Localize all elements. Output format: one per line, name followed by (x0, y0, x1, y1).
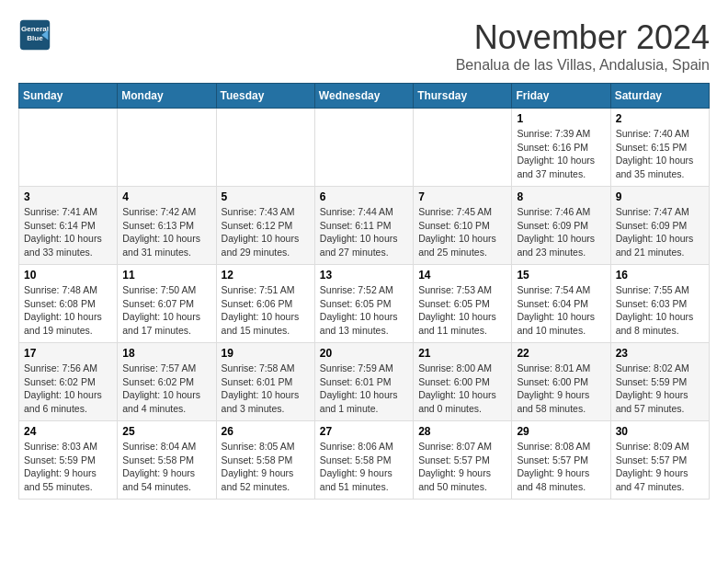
day-number: 13 (320, 269, 408, 282)
header-friday: Friday (512, 84, 610, 109)
calendar-cell: 13Sunrise: 7:52 AMSunset: 6:05 PMDayligh… (314, 265, 413, 343)
day-number: 28 (418, 425, 506, 438)
day-info: Sunrise: 7:55 AMSunset: 6:03 PMDaylight:… (616, 283, 704, 338)
day-number: 24 (24, 425, 112, 438)
calendar-cell: 29Sunrise: 8:08 AMSunset: 5:57 PMDayligh… (512, 421, 610, 500)
day-info: Sunrise: 8:01 AMSunset: 6:00 PMDaylight:… (517, 362, 605, 416)
day-info: Sunrise: 7:41 AMSunset: 6:14 PMDaylight:… (24, 205, 112, 259)
day-info: Sunrise: 7:44 AMSunset: 6:11 PMDaylight:… (320, 205, 408, 259)
header-tuesday: Tuesday (216, 84, 314, 109)
day-info: Sunrise: 7:47 AMSunset: 6:09 PMDaylight:… (616, 205, 704, 259)
day-number: 17 (24, 347, 112, 360)
calendar-cell: 6Sunrise: 7:44 AMSunset: 6:11 PMDaylight… (314, 187, 413, 265)
calendar-cell: 2Sunrise: 7:40 AMSunset: 6:15 PMDaylight… (610, 109, 709, 187)
day-number: 9 (616, 190, 704, 203)
day-info: Sunrise: 8:07 AMSunset: 5:57 PMDaylight:… (418, 440, 506, 494)
calendar-cell: 25Sunrise: 8:04 AMSunset: 5:58 PMDayligh… (118, 421, 216, 500)
calendar-cell: 10Sunrise: 7:48 AMSunset: 6:08 PMDayligh… (19, 265, 118, 343)
calendar-cell: 19Sunrise: 7:58 AMSunset: 6:01 PMDayligh… (216, 343, 314, 421)
day-number: 8 (517, 190, 605, 203)
day-number: 7 (418, 190, 506, 203)
calendar-cell: 20Sunrise: 7:59 AMSunset: 6:01 PMDayligh… (314, 343, 413, 421)
calendar-cell (414, 109, 512, 187)
day-number: 26 (222, 425, 310, 438)
day-number: 23 (616, 347, 704, 360)
day-info: Sunrise: 8:06 AMSunset: 5:58 PMDaylight:… (320, 440, 408, 494)
day-info: Sunrise: 7:51 AMSunset: 6:06 PMDaylight:… (222, 283, 310, 338)
day-info: Sunrise: 7:58 AMSunset: 6:01 PMDaylight:… (222, 362, 310, 416)
day-number: 27 (320, 425, 408, 438)
calendar-cell: 15Sunrise: 7:54 AMSunset: 6:04 PMDayligh… (512, 265, 610, 343)
calendar-cell: 27Sunrise: 8:06 AMSunset: 5:58 PMDayligh… (314, 421, 413, 500)
day-number: 11 (122, 269, 210, 282)
page-subtitle: Benalua de las Villas, Andalusia, Spain (456, 57, 710, 74)
calendar-header-row: SundayMondayTuesdayWednesdayThursdayFrid… (19, 84, 710, 109)
day-info: Sunrise: 7:40 AMSunset: 6:15 PMDaylight:… (616, 127, 704, 181)
day-info: Sunrise: 8:02 AMSunset: 5:59 PMDaylight:… (616, 362, 704, 416)
day-info: Sunrise: 7:56 AMSunset: 6:02 PMDaylight:… (24, 362, 112, 416)
day-number: 30 (616, 425, 704, 438)
calendar-cell: 26Sunrise: 8:05 AMSunset: 5:58 PMDayligh… (216, 421, 314, 500)
page-header: General Blue November 2024 Benalua de la… (18, 18, 710, 74)
calendar-cell: 16Sunrise: 7:55 AMSunset: 6:03 PMDayligh… (610, 265, 709, 343)
day-info: Sunrise: 8:05 AMSunset: 5:58 PMDaylight:… (222, 440, 310, 494)
calendar-cell: 9Sunrise: 7:47 AMSunset: 6:09 PMDaylight… (610, 187, 709, 265)
day-number: 19 (222, 347, 310, 360)
day-info: Sunrise: 7:59 AMSunset: 6:01 PMDaylight:… (320, 362, 408, 416)
calendar-cell: 14Sunrise: 7:53 AMSunset: 6:05 PMDayligh… (414, 265, 512, 343)
day-number: 1 (517, 112, 605, 125)
calendar-table: SundayMondayTuesdayWednesdayThursdayFrid… (18, 83, 710, 500)
calendar-cell: 21Sunrise: 8:00 AMSunset: 6:00 PMDayligh… (414, 343, 512, 421)
calendar-cell: 7Sunrise: 7:45 AMSunset: 6:10 PMDaylight… (414, 187, 512, 265)
day-number: 25 (122, 425, 210, 438)
day-info: Sunrise: 8:09 AMSunset: 5:57 PMDaylight:… (616, 440, 704, 494)
logo-icon: General Blue (18, 18, 51, 52)
calendar-cell: 22Sunrise: 8:01 AMSunset: 6:00 PMDayligh… (512, 343, 610, 421)
calendar-cell: 12Sunrise: 7:51 AMSunset: 6:06 PMDayligh… (216, 265, 314, 343)
week-row-4: 17Sunrise: 7:56 AMSunset: 6:02 PMDayligh… (19, 343, 710, 421)
page-title: November 2024 (456, 18, 710, 57)
header-wednesday: Wednesday (314, 84, 413, 109)
calendar-cell: 18Sunrise: 7:57 AMSunset: 6:02 PMDayligh… (118, 343, 216, 421)
title-area: November 2024 Benalua de las Villas, And… (456, 18, 710, 74)
calendar-cell: 8Sunrise: 7:46 AMSunset: 6:09 PMDaylight… (512, 187, 610, 265)
calendar-cell: 28Sunrise: 8:07 AMSunset: 5:57 PMDayligh… (414, 421, 512, 500)
svg-text:Blue: Blue (27, 34, 43, 42)
calendar-cell: 1Sunrise: 7:39 AMSunset: 6:16 PMDaylight… (512, 109, 610, 187)
day-info: Sunrise: 7:43 AMSunset: 6:12 PMDaylight:… (222, 205, 310, 259)
day-number: 22 (517, 347, 605, 360)
day-number: 2 (616, 112, 704, 125)
day-number: 29 (517, 425, 605, 438)
svg-text:General: General (21, 25, 49, 33)
calendar-cell: 11Sunrise: 7:50 AMSunset: 6:07 PMDayligh… (118, 265, 216, 343)
day-info: Sunrise: 8:03 AMSunset: 5:59 PMDaylight:… (24, 440, 112, 494)
day-number: 14 (418, 269, 506, 282)
day-number: 20 (320, 347, 408, 360)
calendar-cell: 17Sunrise: 7:56 AMSunset: 6:02 PMDayligh… (19, 343, 118, 421)
week-row-2: 3Sunrise: 7:41 AMSunset: 6:14 PMDaylight… (19, 187, 710, 265)
day-info: Sunrise: 7:46 AMSunset: 6:09 PMDaylight:… (517, 205, 605, 259)
logo: General Blue (18, 18, 51, 52)
calendar-cell: 4Sunrise: 7:42 AMSunset: 6:13 PMDaylight… (118, 187, 216, 265)
day-number: 15 (517, 269, 605, 282)
day-number: 6 (320, 190, 408, 203)
day-info: Sunrise: 8:00 AMSunset: 6:00 PMDaylight:… (418, 362, 506, 416)
day-number: 3 (24, 190, 112, 203)
day-info: Sunrise: 7:52 AMSunset: 6:05 PMDaylight:… (320, 283, 408, 338)
calendar-cell: 24Sunrise: 8:03 AMSunset: 5:59 PMDayligh… (19, 421, 118, 500)
day-info: Sunrise: 7:39 AMSunset: 6:16 PMDaylight:… (517, 127, 605, 181)
calendar-cell (314, 109, 413, 187)
header-monday: Monday (118, 84, 216, 109)
week-row-1: 1Sunrise: 7:39 AMSunset: 6:16 PMDaylight… (19, 109, 710, 187)
calendar-cell (118, 109, 216, 187)
week-row-5: 24Sunrise: 8:03 AMSunset: 5:59 PMDayligh… (19, 421, 710, 500)
day-number: 4 (122, 190, 210, 203)
calendar-cell: 3Sunrise: 7:41 AMSunset: 6:14 PMDaylight… (19, 187, 118, 265)
calendar-cell (216, 109, 314, 187)
day-info: Sunrise: 8:04 AMSunset: 5:58 PMDaylight:… (122, 440, 210, 494)
calendar-cell: 30Sunrise: 8:09 AMSunset: 5:57 PMDayligh… (610, 421, 709, 500)
header-thursday: Thursday (414, 84, 512, 109)
day-info: Sunrise: 7:42 AMSunset: 6:13 PMDaylight:… (122, 205, 210, 259)
calendar-cell (19, 109, 118, 187)
day-info: Sunrise: 7:50 AMSunset: 6:07 PMDaylight:… (122, 283, 210, 338)
